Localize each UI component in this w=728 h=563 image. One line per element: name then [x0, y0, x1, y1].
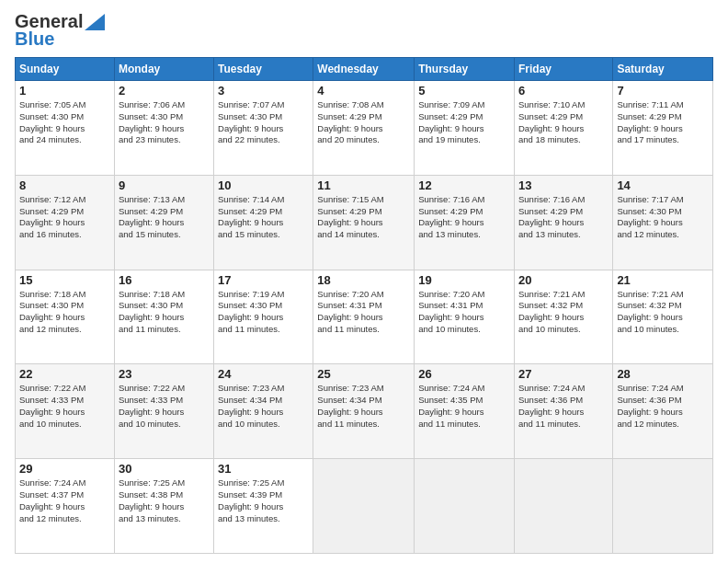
- day-number-11: 11: [317, 178, 410, 192]
- logo: General Blue: [15, 11, 105, 50]
- day-info-11: Sunrise: 7:15 AM Sunset: 4:29 PM Dayligh…: [317, 194, 410, 241]
- svg-marker-0: [85, 14, 105, 30]
- day-cell-16: 16Sunrise: 7:18 AM Sunset: 4:30 PM Dayli…: [114, 270, 213, 364]
- day-cell-17: 17Sunrise: 7:19 AM Sunset: 4:30 PM Dayli…: [214, 270, 313, 364]
- day-number-20: 20: [518, 273, 609, 287]
- day-info-12: Sunrise: 7:16 AM Sunset: 4:29 PM Dayligh…: [418, 194, 510, 241]
- day-header-wednesday: Wednesday: [313, 58, 415, 81]
- day-cell-5: 5Sunrise: 7:09 AM Sunset: 4:29 PM Daylig…: [415, 81, 515, 176]
- week-row-5: 29Sunrise: 7:24 AM Sunset: 4:37 PM Dayli…: [16, 459, 713, 554]
- day-cell-27: 27Sunrise: 7:24 AM Sunset: 4:36 PM Dayli…: [514, 364, 612, 459]
- day-cell-22: 22Sunrise: 7:22 AM Sunset: 4:33 PM Dayli…: [16, 364, 115, 459]
- day-cell-31: 31Sunrise: 7:25 AM Sunset: 4:39 PM Dayli…: [214, 459, 313, 554]
- day-cell-24: 24Sunrise: 7:23 AM Sunset: 4:34 PM Dayli…: [214, 364, 313, 459]
- day-info-22: Sunrise: 7:22 AM Sunset: 4:33 PM Dayligh…: [19, 383, 110, 430]
- day-number-17: 17: [218, 273, 309, 287]
- day-header-tuesday: Tuesday: [214, 58, 313, 81]
- logo-blue: Blue: [15, 29, 54, 50]
- day-info-30: Sunrise: 7:25 AM Sunset: 4:38 PM Dayligh…: [119, 477, 210, 524]
- day-info-13: Sunrise: 7:16 AM Sunset: 4:29 PM Dayligh…: [518, 194, 609, 241]
- day-header-saturday: Saturday: [613, 58, 713, 81]
- day-cell-19: 19Sunrise: 7:20 AM Sunset: 4:31 PM Dayli…: [415, 270, 515, 364]
- day-info-28: Sunrise: 7:24 AM Sunset: 4:36 PM Dayligh…: [617, 383, 709, 430]
- day-info-15: Sunrise: 7:18 AM Sunset: 4:30 PM Dayligh…: [19, 289, 110, 336]
- day-info-26: Sunrise: 7:24 AM Sunset: 4:35 PM Dayligh…: [418, 383, 510, 430]
- day-number-16: 16: [119, 273, 210, 287]
- day-number-13: 13: [518, 178, 609, 192]
- day-info-31: Sunrise: 7:25 AM Sunset: 4:39 PM Dayligh…: [218, 477, 309, 524]
- day-info-24: Sunrise: 7:23 AM Sunset: 4:34 PM Dayligh…: [218, 383, 309, 430]
- day-cell-12: 12Sunrise: 7:16 AM Sunset: 4:29 PM Dayli…: [415, 175, 515, 270]
- day-info-17: Sunrise: 7:19 AM Sunset: 4:30 PM Dayligh…: [218, 289, 309, 336]
- day-number-5: 5: [418, 84, 510, 98]
- day-number-23: 23: [119, 367, 210, 381]
- day-info-18: Sunrise: 7:20 AM Sunset: 4:31 PM Dayligh…: [317, 289, 410, 336]
- week-row-2: 8Sunrise: 7:12 AM Sunset: 4:29 PM Daylig…: [16, 175, 713, 270]
- day-cell-29: 29Sunrise: 7:24 AM Sunset: 4:37 PM Dayli…: [16, 459, 115, 554]
- day-info-14: Sunrise: 7:17 AM Sunset: 4:30 PM Dayligh…: [617, 194, 709, 241]
- day-number-8: 8: [19, 178, 110, 192]
- day-info-16: Sunrise: 7:18 AM Sunset: 4:30 PM Dayligh…: [119, 289, 210, 336]
- day-info-7: Sunrise: 7:11 AM Sunset: 4:29 PM Dayligh…: [617, 99, 709, 146]
- day-number-29: 29: [19, 462, 110, 476]
- day-number-31: 31: [218, 462, 309, 476]
- day-cell-15: 15Sunrise: 7:18 AM Sunset: 4:30 PM Dayli…: [16, 270, 115, 364]
- day-number-15: 15: [19, 273, 110, 287]
- empty-cell: [613, 459, 713, 554]
- day-info-8: Sunrise: 7:12 AM Sunset: 4:29 PM Dayligh…: [19, 194, 110, 241]
- day-cell-9: 9Sunrise: 7:13 AM Sunset: 4:29 PM Daylig…: [114, 175, 213, 270]
- empty-cell: [415, 459, 515, 554]
- day-cell-30: 30Sunrise: 7:25 AM Sunset: 4:38 PM Dayli…: [114, 459, 213, 554]
- day-info-27: Sunrise: 7:24 AM Sunset: 4:36 PM Dayligh…: [518, 383, 609, 430]
- day-info-2: Sunrise: 7:06 AM Sunset: 4:30 PM Dayligh…: [119, 99, 210, 146]
- calendar-table: SundayMondayTuesdayWednesdayThursdayFrid…: [15, 57, 713, 554]
- day-cell-20: 20Sunrise: 7:21 AM Sunset: 4:32 PM Dayli…: [514, 270, 612, 364]
- day-header-sunday: Sunday: [16, 58, 115, 81]
- day-info-25: Sunrise: 7:23 AM Sunset: 4:34 PM Dayligh…: [317, 383, 410, 430]
- day-info-21: Sunrise: 7:21 AM Sunset: 4:32 PM Dayligh…: [617, 289, 709, 336]
- day-cell-18: 18Sunrise: 7:20 AM Sunset: 4:31 PM Dayli…: [313, 270, 415, 364]
- week-row-4: 22Sunrise: 7:22 AM Sunset: 4:33 PM Dayli…: [16, 364, 713, 459]
- day-number-22: 22: [19, 367, 110, 381]
- day-cell-28: 28Sunrise: 7:24 AM Sunset: 4:36 PM Dayli…: [613, 364, 713, 459]
- day-cell-21: 21Sunrise: 7:21 AM Sunset: 4:32 PM Dayli…: [613, 270, 713, 364]
- day-info-9: Sunrise: 7:13 AM Sunset: 4:29 PM Dayligh…: [119, 194, 210, 241]
- day-info-4: Sunrise: 7:08 AM Sunset: 4:29 PM Dayligh…: [317, 99, 410, 146]
- header: General Blue: [15, 11, 713, 50]
- day-info-10: Sunrise: 7:14 AM Sunset: 4:29 PM Dayligh…: [218, 194, 309, 241]
- day-info-20: Sunrise: 7:21 AM Sunset: 4:32 PM Dayligh…: [518, 289, 609, 336]
- logo-icon: [85, 14, 105, 30]
- day-info-5: Sunrise: 7:09 AM Sunset: 4:29 PM Dayligh…: [418, 99, 510, 146]
- day-header-thursday: Thursday: [415, 58, 515, 81]
- day-number-6: 6: [518, 84, 609, 98]
- day-number-21: 21: [617, 273, 709, 287]
- day-info-23: Sunrise: 7:22 AM Sunset: 4:33 PM Dayligh…: [119, 383, 210, 430]
- day-cell-10: 10Sunrise: 7:14 AM Sunset: 4:29 PM Dayli…: [214, 175, 313, 270]
- header-row: SundayMondayTuesdayWednesdayThursdayFrid…: [16, 58, 713, 81]
- day-cell-8: 8Sunrise: 7:12 AM Sunset: 4:29 PM Daylig…: [16, 175, 115, 270]
- day-info-3: Sunrise: 7:07 AM Sunset: 4:30 PM Dayligh…: [218, 99, 309, 146]
- day-cell-7: 7Sunrise: 7:11 AM Sunset: 4:29 PM Daylig…: [613, 81, 713, 176]
- day-info-6: Sunrise: 7:10 AM Sunset: 4:29 PM Dayligh…: [518, 99, 609, 146]
- day-cell-11: 11Sunrise: 7:15 AM Sunset: 4:29 PM Dayli…: [313, 175, 415, 270]
- week-row-1: 1Sunrise: 7:05 AM Sunset: 4:30 PM Daylig…: [16, 81, 713, 176]
- day-number-27: 27: [518, 367, 609, 381]
- empty-cell: [313, 459, 415, 554]
- day-number-4: 4: [317, 84, 410, 98]
- day-cell-1: 1Sunrise: 7:05 AM Sunset: 4:30 PM Daylig…: [16, 81, 115, 176]
- day-cell-14: 14Sunrise: 7:17 AM Sunset: 4:30 PM Dayli…: [613, 175, 713, 270]
- day-info-19: Sunrise: 7:20 AM Sunset: 4:31 PM Dayligh…: [418, 289, 510, 336]
- day-number-9: 9: [119, 178, 210, 192]
- day-number-28: 28: [617, 367, 709, 381]
- day-number-18: 18: [317, 273, 410, 287]
- day-cell-25: 25Sunrise: 7:23 AM Sunset: 4:34 PM Dayli…: [313, 364, 415, 459]
- day-number-26: 26: [418, 367, 510, 381]
- day-cell-6: 6Sunrise: 7:10 AM Sunset: 4:29 PM Daylig…: [514, 81, 612, 176]
- day-number-2: 2: [119, 84, 210, 98]
- empty-cell: [514, 459, 612, 554]
- day-header-friday: Friday: [514, 58, 612, 81]
- day-cell-26: 26Sunrise: 7:24 AM Sunset: 4:35 PM Dayli…: [415, 364, 515, 459]
- day-cell-23: 23Sunrise: 7:22 AM Sunset: 4:33 PM Dayli…: [114, 364, 213, 459]
- day-number-3: 3: [218, 84, 309, 98]
- day-number-25: 25: [317, 367, 410, 381]
